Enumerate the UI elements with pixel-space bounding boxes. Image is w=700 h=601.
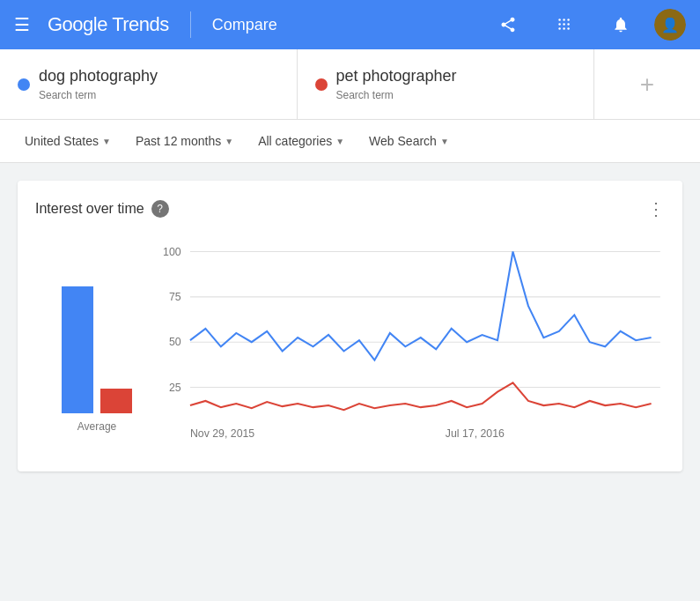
y-label-100: 100 <box>163 246 181 258</box>
x-label-end: Jul 17, 2016 <box>446 427 505 440</box>
bar-blue <box>62 286 93 413</box>
y-label-75: 75 <box>169 291 181 303</box>
bar-red-fill <box>100 389 132 413</box>
svg-point-2 <box>558 27 561 30</box>
search-bar: dog photography Search term pet photogra… <box>0 49 700 120</box>
search-type-filter[interactable]: Web Search ▼ <box>358 127 460 155</box>
chart-area: Average 100 75 50 25 <box>35 234 665 454</box>
search-type-filter-arrow: ▼ <box>440 137 449 146</box>
term2-info: pet photographer Search term <box>336 67 457 101</box>
svg-point-1 <box>558 23 561 26</box>
svg-point-6 <box>567 19 570 21</box>
term1-dot <box>18 78 30 91</box>
compare-label: Compare <box>212 16 277 34</box>
main-content: Interest over time ? ⋮ Average <box>0 163 700 489</box>
share-icon[interactable] <box>492 9 524 41</box>
region-filter-label: United States <box>25 134 99 148</box>
time-filter-label: Past 12 months <box>136 134 221 148</box>
region-filter[interactable]: United States ▼ <box>14 127 122 155</box>
avatar-image: 👤 <box>654 9 686 41</box>
search-term-1[interactable]: dog photography Search term <box>0 49 298 119</box>
header-divider <box>190 11 191 38</box>
svg-point-3 <box>563 19 565 21</box>
interest-over-time-card: Interest over time ? ⋮ Average <box>18 181 682 471</box>
y-label-50: 50 <box>169 336 181 348</box>
term2-name: pet photographer <box>336 67 457 85</box>
term2-dot <box>315 78 328 91</box>
notification-icon[interactable] <box>605 9 637 41</box>
svg-point-0 <box>558 19 561 21</box>
line-chart-section: 100 75 50 25 Nov 29, 2015 Jul 17, 2016 <box>158 234 665 454</box>
line-chart-svg: 100 75 50 25 Nov 29, 2015 Jul 17, 2016 <box>158 234 665 450</box>
search-type-filter-label: Web Search <box>369 134 437 148</box>
bar-chart-section: Average <box>35 234 158 454</box>
add-term-button[interactable]: + <box>594 49 700 119</box>
svg-point-7 <box>567 23 570 26</box>
term2-type: Search term <box>336 89 457 101</box>
help-icon[interactable]: ? <box>151 200 169 218</box>
x-label-start: Nov 29, 2015 <box>190 427 254 440</box>
svg-point-5 <box>563 27 565 30</box>
blue-trend-line <box>190 252 652 360</box>
search-term-2[interactable]: pet photographer Search term <box>298 49 595 119</box>
more-options-icon[interactable]: ⋮ <box>647 198 665 219</box>
svg-point-8 <box>567 27 570 30</box>
chart-header: Interest over time ? ⋮ <box>35 198 665 219</box>
category-filter[interactable]: All categories ▼ <box>247 127 355 155</box>
y-label-25: 25 <box>169 382 181 394</box>
category-filter-arrow: ▼ <box>335 137 344 146</box>
region-filter-arrow: ▼ <box>102 137 111 146</box>
chart-title: Interest over time <box>35 201 144 217</box>
filters-bar: United States ▼ Past 12 months ▼ All cat… <box>0 120 700 163</box>
menu-icon[interactable]: ☰ <box>14 14 30 35</box>
term1-name: dog photography <box>39 67 158 85</box>
chart-title-row: Interest over time ? <box>35 200 169 218</box>
category-filter-label: All categories <box>258 134 332 148</box>
time-filter-arrow: ▼ <box>225 137 233 146</box>
term1-type: Search term <box>39 89 158 101</box>
bar-chart-bars <box>62 237 132 413</box>
avatar[interactable]: 👤 <box>654 9 686 41</box>
plus-icon: + <box>640 70 654 99</box>
time-filter[interactable]: Past 12 months ▼ <box>125 127 244 155</box>
svg-point-4 <box>563 23 565 26</box>
apps-icon[interactable] <box>549 9 580 41</box>
term1-info: dog photography Search term <box>39 67 158 101</box>
bar-blue-fill <box>62 286 93 413</box>
header: ☰ Google Trends Compare 👤 <box>0 0 700 49</box>
bar-average-label: Average <box>77 420 116 433</box>
bar-red <box>100 389 132 413</box>
app-logo: Google Trends <box>48 13 169 36</box>
